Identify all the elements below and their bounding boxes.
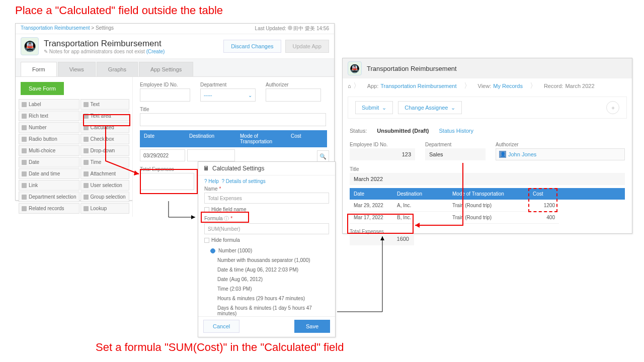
field-text[interactable]: Text bbox=[80, 99, 130, 110]
crumb-app[interactable]: Transportation Reimbursement bbox=[380, 83, 456, 89]
details-link[interactable]: ? Details of settings bbox=[221, 178, 265, 184]
update-app-button[interactable]: Update App bbox=[285, 40, 330, 53]
label-department: Department bbox=[200, 82, 256, 87]
last-updated-label: Last Updated: bbox=[255, 26, 286, 31]
input-authorizer[interactable] bbox=[266, 88, 321, 102]
field-link[interactable]: Link bbox=[19, 180, 79, 191]
radio-number[interactable]: Number (1000) bbox=[204, 246, 329, 255]
create-note-link[interactable]: (Create) bbox=[146, 49, 165, 54]
field-time[interactable]: Time bbox=[80, 157, 130, 167]
calculated-settings-panel: 🖩Calculated Settings ? Help ? Details of… bbox=[198, 161, 336, 337]
hide-field-name-check[interactable]: Hide field name bbox=[204, 207, 329, 212]
field-rich-text[interactable]: Rich text bbox=[19, 111, 79, 121]
total-expenses-field[interactable] bbox=[140, 173, 194, 190]
annotation-bottom: Set a formula "SUM(Cost)" in the "Calcul… bbox=[96, 341, 344, 354]
user-name: 田中 愛美 bbox=[293, 26, 315, 31]
radio-hm[interactable]: Hours & minutes (29 hours 47 minutes) bbox=[204, 294, 329, 303]
dialog-title: Calculated Settings bbox=[212, 165, 264, 172]
breadcrumb-app[interactable]: Transportation Reimbursement bbox=[21, 25, 90, 31]
radio-date[interactable]: Date (Aug 06, 2012) bbox=[204, 275, 329, 284]
app-title: Transportation Reimbursement bbox=[44, 39, 165, 49]
tab-graphs[interactable]: Graphs bbox=[97, 62, 138, 76]
crumb-record: March 2022 bbox=[565, 83, 594, 89]
status-history-link[interactable]: Status History bbox=[439, 128, 473, 134]
radio-dhm[interactable]: Days & hours & minutes (1 day 5 hours 47… bbox=[204, 303, 329, 316]
field-number[interactable]: Number bbox=[19, 122, 79, 133]
field-related-records[interactable]: Related records bbox=[19, 203, 79, 214]
field-label[interactable]: Label bbox=[19, 99, 79, 110]
formula-input[interactable] bbox=[204, 223, 329, 234]
field-datetime[interactable]: Date and time bbox=[19, 168, 79, 179]
table-row: Mar 17, 2022B, Inc.Train (Round trip)400 bbox=[350, 212, 625, 224]
chevron-down-icon: ⌄ bbox=[382, 105, 386, 111]
field-department-selection[interactable]: Department selection bbox=[19, 192, 79, 202]
emp-id-value: 123 bbox=[350, 148, 415, 160]
field-calculated[interactable]: Calculated bbox=[80, 122, 130, 133]
timestamp: 14:56 bbox=[316, 26, 329, 31]
table-row: Mar 29, 2022A, Inc.Train (Round trip)120… bbox=[350, 200, 625, 212]
authorizer-value[interactable]: 👤John Jones bbox=[496, 148, 625, 160]
tab-views[interactable]: Views bbox=[58, 62, 96, 76]
dept-value: Sales bbox=[425, 148, 486, 160]
radio-thousands[interactable]: Number with thousands separator (1,000) bbox=[204, 255, 329, 265]
app-icon: 🚇 bbox=[21, 37, 39, 55]
th-mode: Mode of Transportation bbox=[236, 130, 287, 147]
cell-destination[interactable] bbox=[187, 149, 235, 161]
label-emp-id: Employee ID No. bbox=[140, 82, 190, 87]
input-title[interactable] bbox=[140, 113, 326, 126]
hide-formula-check[interactable]: Hide formula bbox=[204, 237, 329, 243]
th-destination: Destination bbox=[185, 130, 236, 147]
breadcrumb-settings: Settings bbox=[96, 25, 114, 31]
chevron-down-icon: ⌄ bbox=[248, 93, 252, 98]
field-radio[interactable]: Radio button bbox=[19, 134, 79, 144]
th-date: Date bbox=[140, 130, 185, 147]
save-button[interactable]: Save bbox=[294, 320, 330, 333]
field-checkbox[interactable]: Check box bbox=[80, 134, 130, 144]
crumb-view[interactable]: My Records bbox=[493, 83, 523, 89]
change-assignee-button[interactable]: Change Assignee⌄ bbox=[398, 101, 462, 114]
tab-app-settings[interactable]: App Settings bbox=[139, 62, 193, 76]
total-value: 1600 bbox=[350, 234, 414, 245]
status-value: Unsubmitted (Draft) bbox=[377, 128, 429, 134]
field-attachment[interactable]: Attachment bbox=[80, 168, 130, 179]
field-multichoice[interactable]: Multi-choice bbox=[19, 145, 79, 156]
title-value: March 2022 bbox=[350, 173, 625, 185]
home-icon[interactable]: ⌂ bbox=[348, 83, 351, 89]
annotation-top: Place a "Calculated" field outside the t… bbox=[15, 4, 223, 17]
field-text-area[interactable]: Text area bbox=[80, 111, 130, 121]
user-icon: 👤 bbox=[499, 151, 506, 158]
discard-button[interactable]: Discard Changes bbox=[223, 40, 281, 53]
record-view-panel: 🚇Transportation Reimbursement ⌂ 〉 App: T… bbox=[342, 58, 632, 234]
add-button[interactable]: ＋ bbox=[606, 101, 619, 114]
cell-date[interactable]: 03/29/2022 bbox=[140, 149, 185, 161]
chevron-down-icon: ⌄ bbox=[451, 105, 455, 111]
label-authorizer: Authorizer bbox=[266, 82, 321, 87]
field-user-selection[interactable]: User selection bbox=[80, 180, 130, 191]
tab-form[interactable]: Form bbox=[21, 62, 57, 76]
save-form-button[interactable]: Save Form bbox=[21, 82, 64, 95]
search-icon[interactable]: 🔍 bbox=[317, 150, 329, 162]
field-lookup[interactable]: Lookup bbox=[80, 203, 130, 214]
submit-button[interactable]: Submit⌄ bbox=[355, 101, 393, 114]
calculator-icon: 🖩 bbox=[203, 165, 209, 172]
label-title: Title bbox=[140, 107, 326, 112]
cancel-button[interactable]: Cancel bbox=[203, 320, 239, 333]
radio-time[interactable]: Time (2:03 PM) bbox=[204, 284, 329, 294]
input-department[interactable]: -----⌄ bbox=[200, 88, 256, 102]
th-cost: Cost bbox=[287, 130, 327, 147]
help-link[interactable]: ? Help bbox=[204, 178, 219, 184]
field-dropdown[interactable]: Drop-down bbox=[80, 145, 130, 156]
field-date[interactable]: Date bbox=[19, 157, 79, 167]
field-group-selection[interactable]: Group selection bbox=[80, 192, 130, 202]
name-input[interactable] bbox=[204, 193, 329, 204]
input-emp-id[interactable] bbox=[140, 88, 190, 102]
radio-datetime[interactable]: Date & time (Aug 06, 2012 2:03 PM) bbox=[204, 265, 329, 275]
record-title: Transportation Reimbursement bbox=[367, 65, 457, 72]
app-icon: 🚇 bbox=[348, 61, 362, 75]
